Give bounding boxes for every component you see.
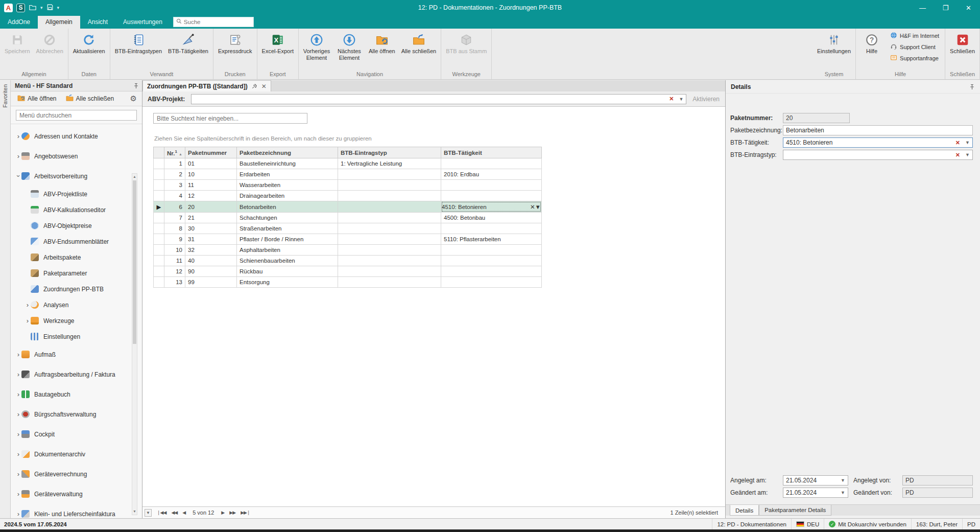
table-cell[interactable]: Wasserarbeiten [237, 180, 338, 191]
sidebar-item-zuordnungen-pp-btb[interactable]: Zuordnungen PP-BTB [11, 281, 142, 297]
table-cell[interactable]: 4 [164, 191, 185, 201]
sidebar-item-abv-projektliste[interactable]: ABV-Projektliste [11, 186, 142, 202]
supportanfrage-link[interactable]: Supportanfrage [890, 54, 939, 62]
einstellungen-button[interactable]: Einstellungen [814, 30, 854, 70]
save-button[interactable]: Speichern [2, 30, 33, 70]
pin-icon[interactable] [969, 84, 975, 90]
sidebar-item-abv-kalkulationseditor[interactable]: ABV-Kalkulationseditor [11, 202, 142, 218]
table-cell[interactable]: 32 [185, 245, 237, 256]
sidebar-item-arbeitsvorbereitung[interactable]: ›Arbeitsvorbereitung [11, 166, 142, 186]
table-cell[interactable]: Schienenbauarbeiten [237, 256, 338, 266]
column-header-paketnummer[interactable]: Paketnummer [185, 147, 237, 158]
next-element-button[interactable]: Nächstes Element [333, 30, 366, 70]
table-row[interactable]: 101Baustelleneinrichtung1: Vertragliche … [154, 158, 542, 169]
client-status[interactable]: 12: PD - Dokumentationen [712, 519, 791, 529]
table-cell[interactable] [338, 180, 441, 191]
table-cell[interactable] [441, 223, 542, 234]
table-cell[interactable] [441, 158, 542, 169]
save-icon[interactable] [46, 4, 54, 12]
sidebar-item-adressen-und-kontakte[interactable]: ›Adressen und Kontakte [11, 126, 142, 146]
table-cell[interactable]: 99 [185, 277, 237, 288]
pager-last-icon[interactable]: ▶▶❘ [238, 510, 252, 515]
archive-connection-status[interactable]: ✓ Mit Dokuarchiv verbunden [824, 519, 911, 529]
chevron-right-icon[interactable]: › [15, 510, 21, 518]
menu-open-all-button[interactable]: Alle öffnen [14, 93, 60, 104]
hilfe-button[interactable]: ? Hilfe [857, 30, 886, 70]
table-cell[interactable]: Betonarbeiten [237, 201, 338, 213]
chevron-down-icon[interactable]: ▼ [963, 140, 972, 145]
sidebar-item-auftragsbearbeitung-faktura[interactable]: ›Auftragsbearbeitung / Faktura [11, 364, 142, 384]
btb-taetigkeit-cell-editor[interactable]: 4510: Betonieren✕▼ [442, 202, 541, 212]
language-status[interactable]: DEU [791, 519, 824, 529]
sidebar-item-bautagebuch[interactable]: ›Bautagebuch [11, 384, 142, 404]
chevron-down-icon[interactable]: ▼ [838, 490, 848, 495]
sidebar-item-werkzeuge[interactable]: ›Werkzeuge [11, 313, 142, 329]
table-row[interactable]: 721Schachtungen4500: Betonbau [154, 213, 542, 223]
menu-search-input[interactable] [16, 110, 137, 121]
tab-ansicht[interactable]: Ansicht [80, 16, 115, 29]
sidebar-item-aufmaß[interactable]: ›Aufmaß [11, 344, 142, 364]
activate-button[interactable]: Aktivieren [692, 96, 720, 103]
table-cell[interactable]: 10 [164, 245, 185, 256]
user-short-status[interactable]: PD [962, 519, 980, 529]
qat-dropdown-icon[interactable]: ▾ [57, 5, 60, 10]
sidebar-item-cockpit[interactable]: ›Cockpit [11, 424, 142, 444]
pager-next-icon[interactable]: ▶ [219, 510, 226, 515]
table-cell[interactable]: 90 [185, 266, 237, 277]
table-cell[interactable]: 1 [164, 158, 185, 169]
table-cell[interactable]: 31 [185, 234, 237, 245]
pager-next-page-icon[interactable]: ▶▶ [227, 510, 237, 515]
chevron-down-icon[interactable]: ▼ [963, 152, 972, 157]
sidebar-item-abv-endsummenblätter[interactable]: ABV-Endsummenblätter [11, 234, 142, 249]
pager-first-icon[interactable]: ❘◀◀ [155, 510, 168, 515]
open-all-button[interactable]: Alle öffnen [366, 30, 398, 70]
table-cell[interactable]: 30 [185, 223, 237, 234]
btb-taetigkeit-combo[interactable]: 4510: Betonieren ✕ ▼ [783, 137, 973, 148]
table-row[interactable]: 931Pflaster / Borde / Rinnen5110: Pflast… [154, 234, 542, 245]
schliessen-button[interactable]: Schließen [947, 30, 978, 70]
table-cell[interactable]: Rückbau [237, 266, 338, 277]
table-cell[interactable]: 12 [164, 266, 185, 277]
minimize-button[interactable]: — [911, 0, 934, 15]
expressdruck-button[interactable]: Expressdruck [215, 30, 255, 70]
pager-prev-icon[interactable]: ◀ [180, 510, 187, 515]
table-cell[interactable]: 12 [185, 191, 237, 201]
table-cell[interactable]: 2 [164, 169, 185, 180]
sidebar-item-geräteverwaltung[interactable]: ›Geräteverwaltung [11, 484, 142, 504]
grid-footer-dropdown[interactable]: ▼ [145, 509, 152, 517]
sidebar-item-bürgschaftsverwaltung[interactable]: ›Bürgschaftsverwaltung [11, 404, 142, 424]
table-cell[interactable] [338, 234, 441, 245]
geaendert-von-field[interactable]: PD [902, 488, 973, 498]
cancel-button[interactable]: Abbrechen [33, 30, 66, 70]
clear-icon[interactable]: ✕ [666, 96, 676, 102]
column-header-btb-eintragstyp[interactable]: BTB-Eintragstyp [338, 147, 441, 158]
chevron-right-icon[interactable]: › [15, 430, 21, 438]
table-cell[interactable]: 10 [185, 169, 237, 180]
table-cell[interactable] [338, 191, 441, 201]
pin-icon[interactable] [133, 83, 139, 89]
angelegt-am-field[interactable]: 21.05.2024 ▼ [783, 475, 848, 485]
chevron-right-icon[interactable]: › [25, 301, 31, 309]
sidebar-item-dokumentenarchiv[interactable]: ›Dokumentenarchiv [11, 444, 142, 464]
pager-prev-page-icon[interactable]: ◀◀ [169, 510, 179, 515]
chevron-right-icon[interactable]: › [15, 390, 21, 398]
sidebar-item-klein-und-lieferscheinfaktura[interactable]: ›Klein- und Lieferscheinfaktura [11, 504, 142, 518]
table-row[interactable]: 311Wasserarbeiten [154, 180, 542, 191]
table-cell[interactable]: 9 [164, 234, 185, 245]
chevron-right-icon[interactable]: › [15, 410, 21, 418]
sidebar-item-angebotswesen[interactable]: ›Angebotswesen [11, 146, 142, 166]
chevron-right-icon[interactable]: › [15, 470, 21, 478]
menu-close-all-button[interactable]: Alle schließen [62, 93, 118, 104]
table-cell[interactable]: Schachtungen [237, 213, 338, 223]
tab-allgemein[interactable]: Allgemein [38, 16, 80, 29]
column-header-paketbezeichnung[interactable]: Paketbezeichnung [237, 147, 338, 158]
close-all-button[interactable]: Alle schließen [398, 30, 439, 70]
chevron-right-icon[interactable]: › [15, 132, 21, 140]
table-cell[interactable] [441, 266, 542, 277]
open-dropdown-icon[interactable]: ▾ [40, 5, 43, 10]
table-cell[interactable]: 4510: Betonieren✕▼ [441, 201, 542, 213]
table-cell[interactable]: 21 [185, 213, 237, 223]
table-cell[interactable]: Erdarbeiten [237, 169, 338, 180]
btb-taetigkeiten-button[interactable]: BTB-Tätigkeiten [165, 30, 211, 70]
table-row[interactable]: 1032Asphaltarbeiten [154, 245, 542, 256]
